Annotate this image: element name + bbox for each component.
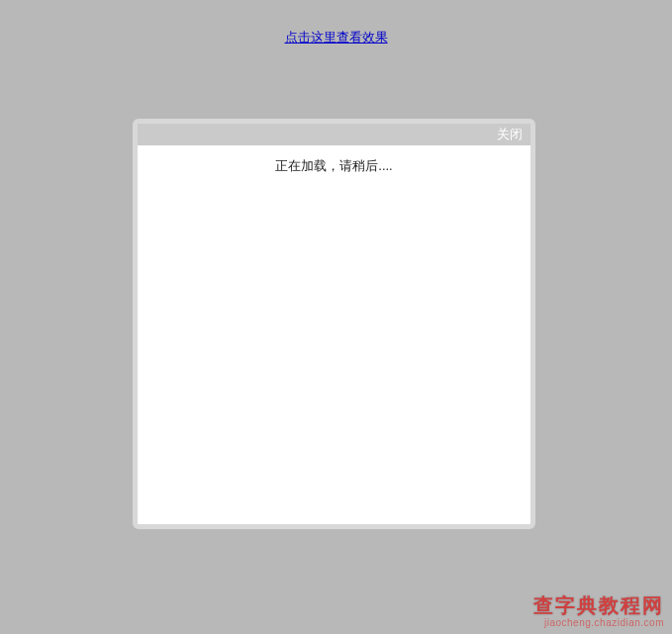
watermark: 查字典教程网 jiaocheng.chazidian.com <box>533 595 664 628</box>
top-link-container: 点击这里查看效果 <box>0 0 672 46</box>
view-effect-link[interactable]: 点击这里查看效果 <box>285 30 388 45</box>
close-button[interactable]: 关闭 <box>497 126 523 143</box>
modal-dialog: 关闭 正在加载，请稍后.... <box>133 119 535 529</box>
watermark-sub-text: jiaocheng.chazidian.com <box>533 617 664 628</box>
watermark-main-text: 查字典教程网 <box>533 595 664 615</box>
modal-header[interactable]: 关闭 <box>138 124 530 145</box>
loading-text: 正在加载，请稍后.... <box>275 158 392 173</box>
modal-body: 正在加载，请稍后.... <box>138 145 530 175</box>
